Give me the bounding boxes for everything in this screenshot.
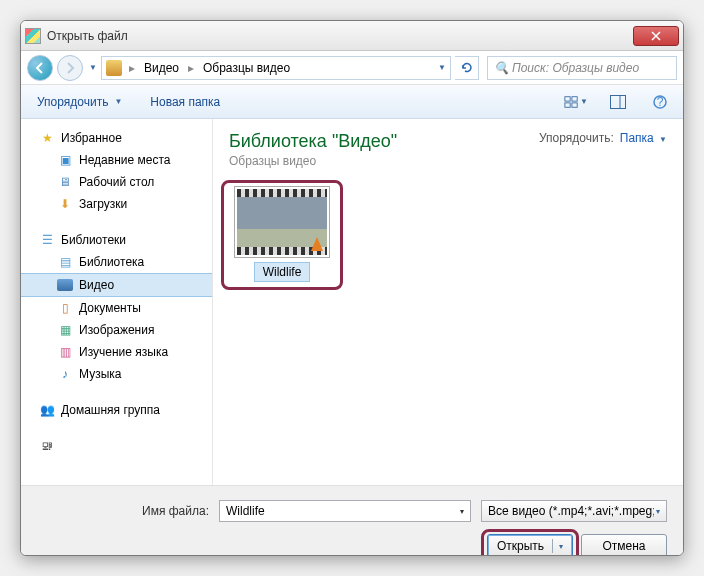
footer-panel: Имя файла: Wildlife ▾ Все видео (*.mp4;*… — [21, 485, 683, 556]
breadcrumb-video[interactable]: Видео — [140, 61, 183, 75]
arrange-by: Упорядочить: Папка ▼ — [539, 131, 667, 145]
file-label: Wildlife — [254, 262, 311, 282]
tree-downloads[interactable]: ⬇Загрузки — [21, 193, 212, 215]
arrange-dropdown[interactable]: Папка ▼ — [620, 131, 667, 145]
nav-back-button[interactable] — [27, 55, 53, 81]
titlebar: Открыть файл — [21, 21, 683, 51]
music-icon: ♪ — [57, 366, 73, 382]
breadcrumb-separator[interactable]: ▸ — [126, 61, 138, 75]
image-icon: ▦ — [57, 322, 73, 338]
close-icon — [651, 31, 661, 41]
recent-icon: ▣ — [57, 152, 73, 168]
library-title: Библиотека "Видео" — [229, 131, 397, 152]
tree-library[interactable]: ▤Библиотека — [21, 251, 212, 273]
doc-icon: ▯ — [57, 300, 73, 316]
nav-forward-button — [57, 55, 83, 81]
tree-desktop[interactable]: 🖥Рабочий стол — [21, 171, 212, 193]
refresh-icon — [460, 61, 474, 75]
navigation-tree[interactable]: ★ Избранное ▣Недавние места 🖥Рабочий сто… — [21, 119, 213, 485]
chevron-down-icon[interactable]: ▾ — [559, 542, 563, 551]
help-button[interactable]: ? — [647, 91, 673, 113]
file-thumbnail — [234, 186, 330, 258]
filmstrip-icon — [237, 189, 327, 197]
svg-text:?: ? — [657, 95, 664, 109]
lib-icon: ▤ — [57, 254, 73, 270]
path-dropdown-icon[interactable]: ▼ — [438, 63, 446, 72]
navigation-bar: ▼ ▸ Видео ▸ Образцы видео ▼ 🔍 Поиск: Обр… — [21, 51, 683, 85]
close-button[interactable] — [633, 26, 679, 46]
tree-recent-places[interactable]: ▣Недавние места — [21, 149, 212, 171]
breadcrumb-samples[interactable]: Образцы видео — [199, 61, 294, 75]
new-folder-button[interactable]: Новая папка — [144, 91, 226, 113]
cancel-button[interactable]: Отмена — [581, 534, 667, 556]
arrow-right-icon — [64, 62, 76, 74]
content-area: ★ Избранное ▣Недавние места 🖥Рабочий сто… — [21, 119, 683, 485]
library-header: Библиотека "Видео" Образцы видео Упорядо… — [229, 131, 667, 168]
tree-documents[interactable]: ▯Документы — [21, 297, 212, 319]
pane-icon — [610, 95, 626, 109]
svg-rect-2 — [565, 102, 570, 106]
library-icon — [106, 60, 122, 76]
app-icon — [25, 28, 41, 44]
vlc-overlay-icon — [311, 237, 323, 251]
svg-rect-0 — [565, 96, 570, 100]
address-bar[interactable]: ▸ Видео ▸ Образцы видео ▼ — [101, 56, 451, 80]
filename-label: Имя файла: — [37, 504, 209, 518]
chevron-down-icon[interactable]: ▾ — [460, 507, 464, 516]
search-icon: 🔍 — [494, 61, 508, 75]
tree-favorites[interactable]: ★ Избранное — [21, 127, 212, 149]
desktop-icon: 🖥 — [57, 174, 73, 190]
svg-rect-1 — [572, 96, 577, 100]
arrow-left-icon — [34, 62, 46, 74]
help-icon: ? — [653, 95, 667, 109]
breadcrumb-separator[interactable]: ▸ — [185, 61, 197, 75]
study-icon: ▥ — [57, 344, 73, 360]
download-icon: ⬇ — [57, 196, 73, 212]
svg-rect-4 — [611, 95, 626, 108]
libraries-icon: ☰ — [39, 232, 55, 248]
tree-libraries[interactable]: ☰ Библиотеки — [21, 229, 212, 251]
tree-study[interactable]: ▥Изучение языка — [21, 341, 212, 363]
toolbar: Упорядочить▼ Новая папка ▼ ? — [21, 85, 683, 119]
file-list-area: Библиотека "Видео" Образцы видео Упорядо… — [213, 119, 683, 485]
nav-history-dropdown[interactable]: ▼ — [89, 63, 97, 72]
preview-pane-button[interactable] — [605, 91, 631, 113]
video-icon — [57, 277, 73, 293]
chevron-down-icon: ▾ — [656, 507, 660, 516]
computer-icon: 🖳 — [39, 438, 55, 454]
search-placeholder: Поиск: Образцы видео — [512, 61, 639, 75]
file-open-dialog: Открыть файл ▼ ▸ Видео ▸ Образцы видео ▼… — [20, 20, 684, 556]
file-type-filter[interactable]: Все видео (*.mp4;*.avi;*.mpeg; ▾ — [481, 500, 667, 522]
filename-input[interactable]: Wildlife ▾ — [219, 500, 471, 522]
library-subtitle: Образцы видео — [229, 154, 397, 168]
view-options-button[interactable]: ▼ — [563, 91, 589, 113]
tree-homegroup[interactable]: 👥 Домашняя группа — [21, 399, 212, 421]
search-input[interactable]: 🔍 Поиск: Образцы видео — [487, 56, 677, 80]
window-title: Открыть файл — [47, 29, 633, 43]
star-icon: ★ — [39, 130, 55, 146]
tree-computer[interactable]: 🖳 — [21, 435, 212, 457]
tree-images[interactable]: ▦Изображения — [21, 319, 212, 341]
svg-rect-3 — [572, 102, 577, 106]
tree-video[interactable]: Видео — [21, 273, 212, 297]
homegroup-icon: 👥 — [39, 402, 55, 418]
organize-menu[interactable]: Упорядочить▼ — [31, 91, 128, 113]
view-icon — [564, 95, 578, 109]
tree-music[interactable]: ♪Музыка — [21, 363, 212, 385]
refresh-button[interactable] — [455, 56, 479, 80]
open-button[interactable]: Открыть ▾ — [487, 534, 573, 556]
file-wildlife[interactable]: Wildlife — [229, 186, 335, 282]
